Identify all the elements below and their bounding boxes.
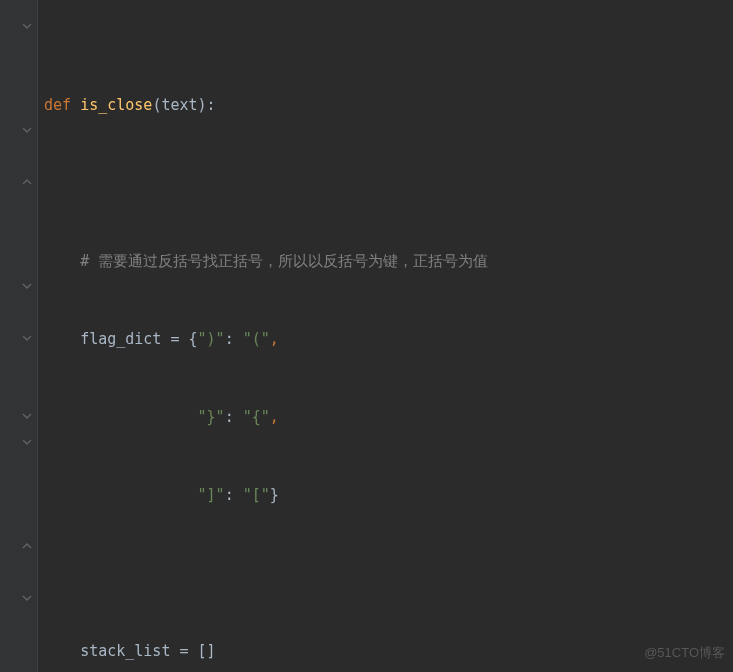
comma: ,: [270, 404, 279, 430]
function-name: is_close: [80, 92, 152, 118]
colon: :: [225, 404, 243, 430]
code-editor: def is_close(text): # 需要通过反括号找正括号，所以以反括号…: [0, 0, 733, 672]
indent: [80, 482, 197, 508]
fold-collapse-icon[interactable]: [22, 21, 34, 33]
code-line[interactable]: "]": "["}: [44, 482, 733, 508]
indent: [44, 326, 80, 352]
fold-collapse-icon[interactable]: [22, 411, 34, 423]
string: "(": [243, 326, 270, 352]
code-line[interactable]: "}": "{",: [44, 404, 733, 430]
code-line[interactable]: flag_dict = {")": "(",: [44, 326, 733, 352]
keyword-def: def: [44, 92, 80, 118]
comment: # 需要通过反括号找正括号，所以以反括号为键，正括号为值: [80, 248, 488, 274]
comma: ,: [270, 326, 279, 352]
indent: [80, 404, 197, 430]
indent: [44, 404, 80, 430]
assign: stack_list = []: [80, 638, 215, 664]
blank-line[interactable]: [44, 170, 733, 196]
code-line[interactable]: # 需要通过反括号找正括号，所以以反括号为键，正括号为值: [44, 248, 733, 274]
fold-collapse-icon[interactable]: [22, 333, 34, 345]
fold-collapse-icon[interactable]: [22, 125, 34, 137]
fold-end-icon[interactable]: [22, 177, 34, 189]
colon: :: [225, 326, 243, 352]
code-area[interactable]: def is_close(text): # 需要通过反括号找正括号，所以以反括号…: [38, 0, 733, 672]
indent: [44, 482, 80, 508]
gutter: [0, 0, 38, 672]
string: "{": [243, 404, 270, 430]
assign-lhs: flag_dict = {: [80, 326, 197, 352]
fold-collapse-icon[interactable]: [22, 281, 34, 293]
watermark: @51CTO博客: [644, 640, 725, 666]
indent: [44, 248, 80, 274]
indent: [44, 638, 80, 664]
string: "}": [198, 404, 225, 430]
string: "]": [198, 482, 225, 508]
fold-end-icon[interactable]: [22, 541, 34, 553]
string: ")": [198, 326, 225, 352]
signature: (text):: [152, 92, 215, 118]
brace-close: }: [270, 482, 279, 508]
string: "[": [243, 482, 270, 508]
code-line[interactable]: stack_list = []: [44, 638, 733, 664]
fold-collapse-icon[interactable]: [22, 437, 34, 449]
code-line[interactable]: def is_close(text):: [44, 92, 733, 118]
blank-line[interactable]: [44, 560, 733, 586]
fold-collapse-icon[interactable]: [22, 593, 34, 605]
colon: :: [225, 482, 243, 508]
